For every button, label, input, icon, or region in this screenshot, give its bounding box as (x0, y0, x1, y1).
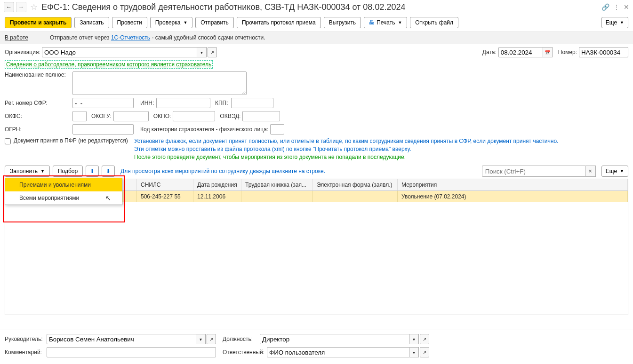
successor-link[interactable]: Сведения о работодателе, правопреемником… (5, 60, 213, 69)
info-text-2: Эти отметки можно проставить из файла пр… (134, 145, 628, 153)
inn-label: ИНН: (140, 100, 154, 106)
open-icon[interactable]: ↗ (207, 334, 216, 344)
td-events: Увольнение (07.02.2024) (398, 191, 628, 202)
number-input[interactable] (579, 47, 628, 57)
td-snils: 506-245-227 55 (137, 191, 193, 202)
td-birth: 12.11.2006 (193, 191, 241, 202)
print-icon: 🖶 (369, 19, 375, 26)
arrow-down-icon: ⬇ (106, 168, 111, 174)
fill-button[interactable]: Заполнить▼ (5, 166, 50, 177)
info-text-1: Установите флажок, если документ принят … (134, 137, 628, 145)
move-up-button[interactable]: ⬆ (86, 166, 99, 177)
open-icon[interactable]: ↗ (420, 334, 429, 344)
okogu-input[interactable] (113, 111, 149, 121)
okved-input[interactable] (242, 111, 280, 121)
okpo-input[interactable] (173, 111, 215, 121)
dropdown-icon[interactable]: ▾ (196, 334, 206, 344)
reg-sfr-label: Рег. номер СФР: (5, 100, 71, 106)
check-button[interactable]: Проверка▼ (150, 17, 193, 28)
more-button[interactable]: Еще▼ (601, 17, 628, 28)
dropdown-icon[interactable]: ▾ (409, 347, 419, 357)
date-input[interactable] (498, 47, 543, 57)
read-protocol-button[interactable]: Прочитать протокол приема (237, 17, 321, 28)
td-eform (313, 191, 398, 202)
head-input[interactable] (47, 334, 196, 344)
link-icon[interactable]: 🔗 (601, 3, 609, 11)
back-button[interactable]: ← (4, 2, 14, 12)
org-label: Организация: (5, 49, 40, 55)
okogu-label: ОКОГУ: (91, 113, 112, 119)
th-workbook[interactable]: Трудовая книжка (зая... (241, 179, 313, 190)
export-button[interactable]: Выгрузить (324, 17, 361, 28)
accepted-checkbox[interactable] (5, 138, 11, 144)
reg-sfr-input[interactable] (72, 98, 134, 108)
number-label: Номер: (558, 49, 577, 55)
print-button[interactable]: 🖶 Печать▼ (364, 17, 407, 28)
position-label: Должность: (223, 336, 258, 342)
th-events[interactable]: Мероприятия (398, 179, 628, 190)
forward-button[interactable]: → (16, 2, 26, 12)
th-snils[interactable]: СНИЛС (137, 179, 193, 190)
okfs-input[interactable] (72, 111, 87, 121)
table-more-button[interactable]: Еще▼ (601, 166, 628, 177)
open-file-button[interactable]: Открыть файл (410, 17, 458, 28)
send-button[interactable]: Отправить (195, 17, 234, 28)
checkbox-label: Документ принят в ПФР (не редактируется) (14, 137, 131, 144)
open-icon[interactable]: ↗ (208, 47, 217, 57)
okpo-label: ОКПО: (153, 113, 171, 119)
arrow-up-icon: ⬆ (90, 168, 95, 174)
caret-icon: ▼ (620, 169, 624, 174)
favorite-icon[interactable]: ☆ (30, 2, 38, 12)
fullname-input[interactable] (72, 71, 247, 95)
category-label: Код категории страхователя - физического… (140, 126, 268, 133)
org-input[interactable] (42, 47, 197, 57)
kpp-label: КПП: (215, 100, 229, 106)
dropdown-item-hires-fires[interactable]: Приемами и увольнениями (5, 178, 122, 191)
inn-input[interactable] (156, 98, 210, 108)
category-input[interactable] (270, 124, 284, 135)
dropdown-item-all-events[interactable]: Всеми мероприятиями (5, 191, 122, 205)
okved-label: ОКВЭД: (220, 113, 240, 119)
open-icon[interactable]: ↗ (420, 347, 429, 357)
th-eform[interactable]: Электронная форма (заявл.) (313, 179, 398, 190)
clear-search-button[interactable]: × (585, 166, 596, 177)
td-workbook (241, 191, 313, 202)
report-link[interactable]: 1С-Отчетность (111, 34, 150, 41)
status-hint: Отправьте отчет через 1С-Отчетность - са… (50, 34, 265, 41)
dropdown-icon[interactable]: ▾ (197, 47, 207, 57)
post-button[interactable]: Провести (112, 17, 147, 28)
caret-icon: ▼ (620, 20, 624, 25)
caret-icon: ▼ (398, 20, 402, 25)
caret-icon: ▼ (40, 169, 45, 174)
dropdown-icon[interactable]: ▾ (409, 334, 419, 344)
comment-label: Комментарий: (5, 349, 45, 356)
th-birth[interactable]: Дата рождения (193, 179, 241, 190)
okfs-label: ОКФС: (5, 113, 71, 119)
save-button[interactable]: Записать (74, 17, 109, 28)
responsible-label: Ответственный: (223, 349, 265, 356)
date-label: Дата: (482, 49, 497, 55)
ogrn-input[interactable] (72, 124, 134, 135)
close-icon[interactable]: ✕ (624, 3, 629, 11)
responsible-input[interactable] (267, 347, 409, 357)
calendar-icon[interactable]: 📅 (543, 47, 553, 57)
status-link[interactable]: В работе (5, 34, 28, 41)
caret-icon: ▼ (183, 20, 187, 25)
position-input[interactable] (260, 334, 409, 344)
move-down-button[interactable]: ⬇ (102, 166, 115, 177)
search-input[interactable] (482, 166, 585, 177)
select-button[interactable]: Подбор (53, 166, 83, 177)
menu-icon[interactable]: ⋮ (613, 3, 620, 11)
table-hint: Для просмотра всех мероприятий по сотруд… (120, 168, 325, 174)
page-title: ЕФС-1: Сведения о трудовой деятельности … (41, 2, 405, 12)
fill-dropdown: Приемами и увольнениями Всеми мероприяти… (5, 178, 122, 205)
kpp-input[interactable] (231, 98, 273, 108)
head-label: Руководитель: (5, 336, 45, 342)
fullname-label: Наименование полное: (5, 71, 71, 78)
post-close-button[interactable]: Провести и закрыть (5, 17, 72, 28)
ogrn-label: ОГРН: (5, 126, 71, 133)
comment-input[interactable] (47, 347, 216, 357)
info-text-3: После этого проведите документ, чтобы ме… (134, 153, 628, 161)
